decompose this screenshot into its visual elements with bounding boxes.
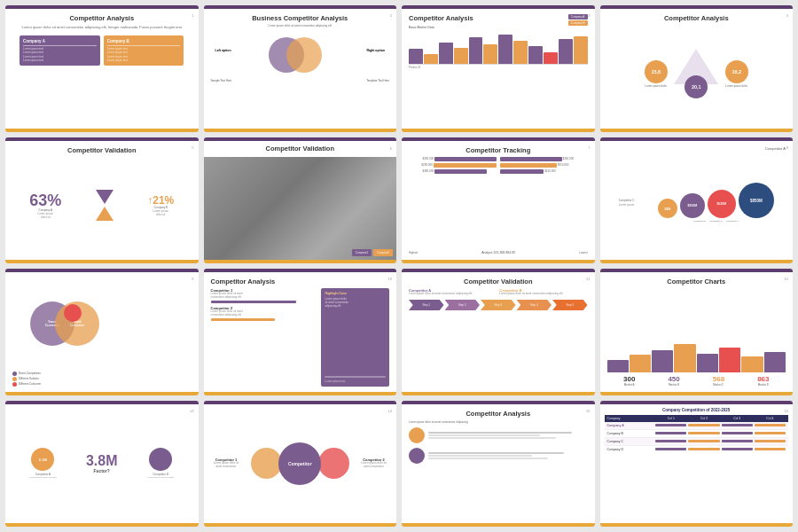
slide-6-header: Competitor Validation xyxy=(204,141,397,157)
slide-1-box-a: Company A Lorem ipsum textLorem ipsum te… xyxy=(20,35,100,66)
slide-2-footer xyxy=(204,129,397,132)
slide-10-highlight: Highlight Case xyxy=(325,292,386,295)
slide-1[interactable]: 1 Competitor Analysis Lorem ipsum dolor … xyxy=(5,5,199,132)
slide-14-content: 14 Competitor 1 Lorem ipsum dolor sit am… xyxy=(204,404,397,524)
slide-10-right-panel: Highlight Case Lorem ipsum dolorsit amet… xyxy=(321,288,389,387)
slide-5-content: 5 Competitor Validation 63% Company A Lo… xyxy=(5,141,199,261)
slide-13-circle1: 2.1M xyxy=(31,448,54,471)
slide-6-title: Competitor Validation xyxy=(209,145,392,153)
s12-bar-2 xyxy=(630,355,651,372)
slide-1-company-a-label: Company A xyxy=(23,39,97,43)
slide-14-footer xyxy=(204,523,397,527)
s12-bar-1 xyxy=(607,360,629,372)
circle-num3: 20,1 xyxy=(685,75,708,98)
slide-12[interactable]: 12 Competitor Charts 300 Market A xyxy=(600,269,794,395)
slide-14-comp1-desc: Lorem ipsum dolor sit amet consectetur xyxy=(211,462,242,469)
slide-14[interactable]: 14 Competitor 1 Lorem ipsum dolor sit am… xyxy=(204,401,397,528)
tr2-c3 xyxy=(722,432,753,434)
text-line-5 xyxy=(428,455,532,457)
tr1-c3 xyxy=(722,424,753,426)
slide-12-footer xyxy=(600,392,794,395)
bubble-1: 869 xyxy=(658,199,677,218)
slide-10-comp2-desc: Lorem ipsum dolor sit ametconsectetur ad… xyxy=(211,310,318,317)
slide-1-subtitle: Lorem ipsum dolor sit amet consectetur a… xyxy=(12,25,192,29)
slide-5-percent1: 63% xyxy=(29,192,61,208)
slide-16-title: Company Competition of 2022-2025 xyxy=(605,408,789,412)
slide-4-content: 4 Competitor Analysis 15,8 Lorem ipsum d… xyxy=(600,9,794,129)
bar-4 xyxy=(454,48,468,65)
slide-8[interactable]: 8 Competitor A Competitor C Lorem ipsum … xyxy=(600,137,794,264)
track-bar-1 xyxy=(434,157,497,161)
slide-6-tag1: Compare1 xyxy=(352,249,372,256)
th-company: Company xyxy=(607,417,654,420)
table-row-3: Company C xyxy=(605,438,789,446)
slide-13-sub3: Lorem ipsum dolor sit amet xyxy=(143,476,178,479)
tr4-c2 xyxy=(688,448,719,450)
slide-8-bubbles: Competitor C Lorem ipsum 869 $250M $520M… xyxy=(607,152,786,255)
slide-11-comp-a-text: Lorem ipsum dolor sit amet consectetur a… xyxy=(409,293,497,296)
bar-7 xyxy=(498,35,512,64)
track-val-1b: $282.000 xyxy=(563,157,588,160)
slide-6-content: 6 Competitor Validation Compare1 Compare… xyxy=(204,141,397,261)
slide-2-title: Business Competitor Analysis xyxy=(211,14,390,22)
slide-10-comp1: Competitor 1 Lorem ipsum dolor sit ametc… xyxy=(211,288,318,303)
track-bar-3 xyxy=(434,169,487,174)
slide-11[interactable]: 11 Competitor Validation Competitor A Lo… xyxy=(402,269,595,395)
slide-1-boxes: Company A Lorem ipsum textLorem ipsum te… xyxy=(12,35,192,66)
slide-2[interactable]: 2 Business Competitor Analysis Lorem ips… xyxy=(204,5,397,132)
slide-13[interactable]: 13 2.1M Competitor A Lorem ipsum dolor s… xyxy=(5,401,199,528)
slide-10-bottom-text: Lorem ipsum text xyxy=(325,379,386,383)
slide-11-number: 11 xyxy=(586,277,590,281)
legend-dot-1 xyxy=(12,372,17,376)
slide-8-footer xyxy=(600,260,794,263)
slide-9-number: 9 xyxy=(192,277,193,281)
slide-10-number: 10 xyxy=(388,277,392,281)
slide-1-box-b: Company B Lorem ipsum textLorem ipsum te… xyxy=(104,35,184,66)
legend-row-1: Direct Competitors xyxy=(12,372,192,376)
slide-14-col1: Competitor 1 Lorem ipsum dolor sit amet … xyxy=(211,458,242,469)
slide-6[interactable]: 6 Competitor Validation Compare1 Compare… xyxy=(204,137,397,264)
slide-2-text-right: Template Text Here xyxy=(326,79,389,82)
slide-15[interactable]: 15 Competitor Analysis Lorem ipsum dolor… xyxy=(402,401,595,528)
slide-10-divider xyxy=(325,376,386,378)
bubble-label-1: Competitor C xyxy=(619,199,635,202)
slide-9[interactable]: 9 SameCustomer LoyalCustomer Direct Comp… xyxy=(5,269,199,395)
slide-9-content: 9 SameCustomer LoyalCustomer Direct Comp… xyxy=(5,272,199,392)
table-row-1: Company A xyxy=(605,422,789,430)
s12-stat-1: 300 Market A xyxy=(623,375,635,387)
slide-13-big-num: 3.8M xyxy=(86,454,118,468)
slide-15-subtitle: Lorem ipsum dolor sit amet consectetur a… xyxy=(409,420,588,424)
slide-15-footer xyxy=(402,523,595,527)
slide-14-col3: Competitor 2 Lorem ipsum dolor sit amet … xyxy=(358,458,389,469)
slide-5[interactable]: 5 Competitor Validation 63% Company A Lo… xyxy=(5,137,199,264)
track-bar-5 xyxy=(500,163,557,168)
s12-bar-6 xyxy=(719,348,740,372)
slide-10[interactable]: 10 Competitor Analysis Competitor 1 Lore… xyxy=(204,269,397,395)
slide-3[interactable]: 3 Competitor Analysis Company A Company … xyxy=(402,5,595,132)
bubble-sublabel-1: Lorem ipsum xyxy=(619,203,634,207)
tr2-c4 xyxy=(755,432,786,434)
s12-mkt-4: Market D xyxy=(757,383,769,387)
s12-stat-2: 450 Market B xyxy=(668,375,679,387)
bar-8 xyxy=(513,41,528,64)
slide-7[interactable]: 7 Competitor Tracking $290.000 $290.000 … xyxy=(402,137,595,264)
slide-3-bar-chart xyxy=(409,31,588,65)
slide-4[interactable]: 4 Competitor Analysis 15,8 Lorem ipsum d… xyxy=(600,5,794,132)
tr3-c4 xyxy=(755,440,786,442)
slide-16-content: 16 Company Competition of 2022-2025 Comp… xyxy=(600,404,794,524)
slide-4-col1: 15,8 Lorem ipsum dolor xyxy=(640,60,671,88)
slide-14-comp2-desc: Lorem ipsum dolor sit amet consectetur xyxy=(358,462,389,469)
slide-16[interactable]: 16 Company Competition of 2022-2025 Comp… xyxy=(600,401,794,528)
side-circle-left xyxy=(251,448,282,479)
tr1-c2 xyxy=(688,424,719,426)
slide-15-title: Competitor Analysis xyxy=(409,410,588,418)
venn-inner-circle xyxy=(64,304,82,322)
s12-val-1: 300 xyxy=(623,375,635,383)
slide-7-right-bars: $282.000 $250.000 $210.000 xyxy=(500,157,588,250)
slide-10-bar2 xyxy=(211,318,276,321)
slide-5-stats: 63% Company A Lorem ipsumdolor sit ↑21% … xyxy=(12,157,192,255)
track-val-3a: $280.000 xyxy=(409,169,434,173)
tr4-c1 xyxy=(655,448,686,450)
slide-3-company-a: Company A xyxy=(568,14,588,20)
slide-3-header-row: Competitor Analysis Company A Company B xyxy=(409,14,588,26)
